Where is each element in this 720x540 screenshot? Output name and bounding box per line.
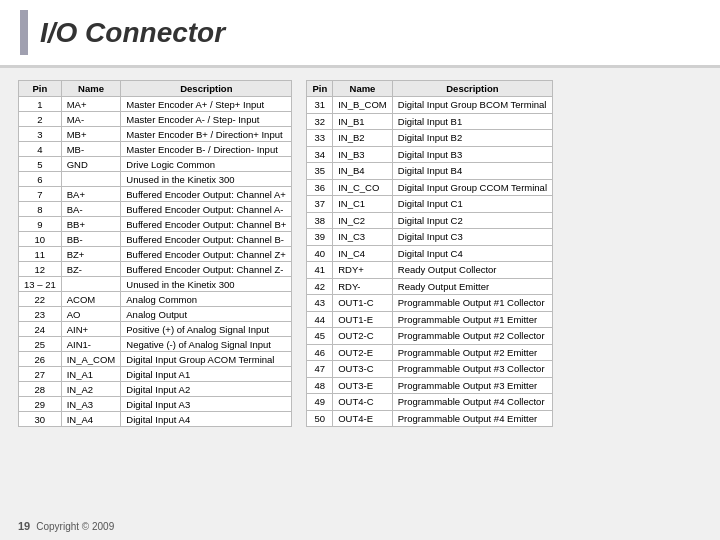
table-cell: 45 [307, 328, 333, 345]
table-cell: IN_A2 [61, 382, 121, 397]
table-row: 10BB-Buffered Encoder Output: Channel B- [19, 232, 292, 247]
table-cell: Digital Input B1 [392, 113, 552, 130]
table-row: 4MB-Master Encoder B- / Direction- Input [19, 142, 292, 157]
table-row: 27IN_A1Digital Input A1 [19, 367, 292, 382]
table-row: 11BZ+Buffered Encoder Output: Channel Z+ [19, 247, 292, 262]
table-cell: MB+ [61, 127, 121, 142]
table-cell: MB- [61, 142, 121, 157]
table-cell: Digital Input C2 [392, 212, 552, 229]
table-cell: 12 [19, 262, 62, 277]
table-cell: 40 [307, 245, 333, 262]
table-row: 37IN_C1Digital Input C1 [307, 196, 553, 213]
table-cell: MA+ [61, 97, 121, 112]
table-cell: AIN1- [61, 337, 121, 352]
table-cell: Master Encoder A- / Step- Input [121, 112, 292, 127]
table-row: 31IN_B_COMDigital Input Group BCOM Termi… [307, 97, 553, 114]
table-cell: 47 [307, 361, 333, 378]
table-row: 45OUT2-CProgrammable Output #2 Collector [307, 328, 553, 345]
table-cell: OUT3-E [333, 377, 393, 394]
table-cell: 24 [19, 322, 62, 337]
table-cell: Unused in the Kinetix 300 [121, 277, 292, 292]
table-row: 28IN_A2Digital Input A2 [19, 382, 292, 397]
table-cell: OUT1-C [333, 295, 393, 312]
table-cell: 30 [19, 412, 62, 427]
table-cell: OUT2-E [333, 344, 393, 361]
table-cell: Positive (+) of Analog Signal Input [121, 322, 292, 337]
table-cell: 22 [19, 292, 62, 307]
table-cell: Ready Output Collector [392, 262, 552, 279]
table-cell: Digital Input B4 [392, 163, 552, 180]
table-cell: IN_A3 [61, 397, 121, 412]
table-cell: BA+ [61, 187, 121, 202]
table-row: 44OUT1-EProgrammable Output #1 Emitter [307, 311, 553, 328]
table-cell: 41 [307, 262, 333, 279]
table-cell: 34 [307, 146, 333, 163]
table-cell: Buffered Encoder Output: Channel A+ [121, 187, 292, 202]
table-cell: 28 [19, 382, 62, 397]
table-cell: Buffered Encoder Output: Channel B+ [121, 217, 292, 232]
table-cell: 11 [19, 247, 62, 262]
table-cell: 27 [19, 367, 62, 382]
table-cell: Digital Input Group CCOM Terminal [392, 179, 552, 196]
table-row: 9BB+Buffered Encoder Output: Channel B+ [19, 217, 292, 232]
right-col-pin: Pin [307, 81, 333, 97]
table-row: 8BA-Buffered Encoder Output: Channel A- [19, 202, 292, 217]
table-cell: IN_C1 [333, 196, 393, 213]
table-cell: 35 [307, 163, 333, 180]
table-cell: OUT4-C [333, 394, 393, 411]
table-row: 42RDY-Ready Output Emitter [307, 278, 553, 295]
table-cell: Drive Logic Common [121, 157, 292, 172]
table-cell: 9 [19, 217, 62, 232]
table-cell: Analog Output [121, 307, 292, 322]
table-row: 13 – 21Unused in the Kinetix 300 [19, 277, 292, 292]
table-cell: OUT1-E [333, 311, 393, 328]
table-cell: BB- [61, 232, 121, 247]
copyright-text: Copyright © 2009 [36, 521, 114, 532]
table-cell: Digital Input C1 [392, 196, 552, 213]
table-cell: IN_A4 [61, 412, 121, 427]
table-cell: OUT4-E [333, 410, 393, 427]
table-cell: 10 [19, 232, 62, 247]
table-row: 43OUT1-CProgrammable Output #1 Collector [307, 295, 553, 312]
table-row: 41RDY+Ready Output Collector [307, 262, 553, 279]
table-cell: IN_B4 [333, 163, 393, 180]
table-cell: OUT2-C [333, 328, 393, 345]
table-cell: Buffered Encoder Output: Channel B- [121, 232, 292, 247]
table-cell: 43 [307, 295, 333, 312]
table-cell: Buffered Encoder Output: Channel Z+ [121, 247, 292, 262]
table-cell: IN_B1 [333, 113, 393, 130]
page-footer: 19 Copyright © 2009 [18, 520, 114, 532]
table-cell: 26 [19, 352, 62, 367]
table-cell: Master Encoder B+ / Direction+ Input [121, 127, 292, 142]
table-row: 2MA-Master Encoder A- / Step- Input [19, 112, 292, 127]
table-cell: Programmable Output #3 Collector [392, 361, 552, 378]
table-cell: 8 [19, 202, 62, 217]
table-cell: 48 [307, 377, 333, 394]
table-row: 34IN_B3Digital Input B3 [307, 146, 553, 163]
table-row: 48OUT3-EProgrammable Output #3 Emitter [307, 377, 553, 394]
table-cell: Master Encoder B- / Direction- Input [121, 142, 292, 157]
table-cell: AO [61, 307, 121, 322]
table-cell [61, 172, 121, 187]
table-row: 39IN_C3Digital Input C3 [307, 229, 553, 246]
table-cell: 32 [307, 113, 333, 130]
right-col-desc: Description [392, 81, 552, 97]
left-col-desc: Description [121, 81, 292, 97]
table-row: 25AIN1-Negative (-) of Analog Signal Inp… [19, 337, 292, 352]
left-table: Pin Name Description 1MA+Master Encoder … [18, 80, 292, 427]
table-cell: Programmable Output #2 Collector [392, 328, 552, 345]
table-row: 32IN_B1Digital Input B1 [307, 113, 553, 130]
table-cell: 49 [307, 394, 333, 411]
table-cell: 33 [307, 130, 333, 147]
table-cell: BB+ [61, 217, 121, 232]
table-cell: Digital Input A4 [121, 412, 292, 427]
table-row: 12BZ-Buffered Encoder Output: Channel Z- [19, 262, 292, 277]
table-cell: 7 [19, 187, 62, 202]
table-cell: ACOM [61, 292, 121, 307]
table-cell: Master Encoder A+ / Step+ Input [121, 97, 292, 112]
table-cell: Unused in the Kinetix 300 [121, 172, 292, 187]
table-cell: Buffered Encoder Output: Channel A- [121, 202, 292, 217]
table-row: 35IN_B4Digital Input B4 [307, 163, 553, 180]
table-row: 1MA+Master Encoder A+ / Step+ Input [19, 97, 292, 112]
table-cell: GND [61, 157, 121, 172]
